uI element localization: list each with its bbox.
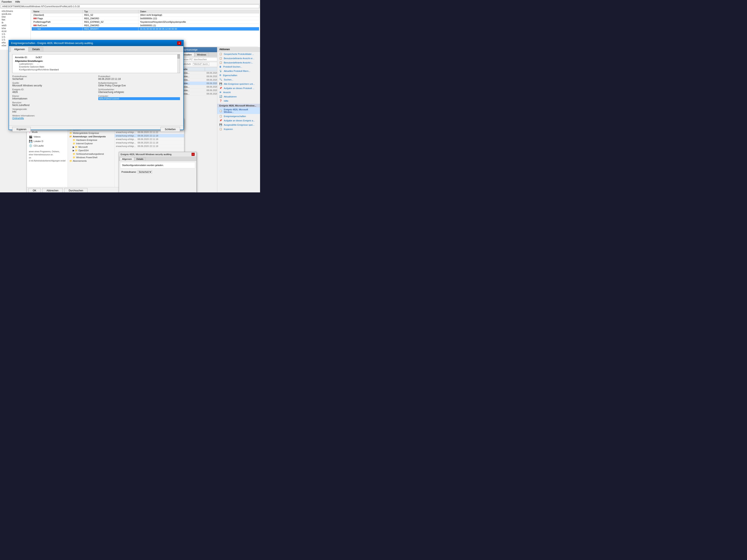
reg-name: ProfileImagePath [32, 20, 82, 24]
schliessen-button[interactable]: Schließen [160, 127, 180, 132]
fe-tree-item-anwendungs[interactable]: 📂 Anwendungs- und Dienstproto [69, 135, 114, 138]
filter-icon: 📡 [219, 70, 222, 72]
registry-row[interactable]: (Standard) REG_SZ (Wert nicht festgelegt… [32, 13, 259, 17]
allgemeine-section: Allgemeine Einstellungen: Ladeoptionen: … [15, 60, 177, 71]
action-label: Ereigniseigenschaften [224, 115, 246, 117]
weitere-row: Weitere Informationen: Onlinehilfe [12, 114, 94, 120]
tree-item[interactable]: wldS [1, 24, 30, 27]
fe-item-label: Lokaler D [33, 140, 43, 142]
anmelde-label: Anmelde-ID: [15, 56, 27, 58]
action-filtern[interactable]: 📡 Aktuelles Protokoll filtern... [217, 69, 260, 73]
tab-details[interactable]: Details [29, 47, 44, 52]
small-ev-close[interactable]: ✕ [191, 153, 195, 156]
small-tab-details[interactable]: Details [134, 157, 146, 161]
info-box: Anmelde-ID: 0x3E7 Allgemeine Einstellung… [12, 54, 180, 73]
fe-tree-item-hardware[interactable]: 📁 Hardware-Ereignisse [69, 138, 114, 142]
registry-row[interactable]: MM Sid REG_BINARY 01 01 00 00 00 00 00 0… [32, 27, 259, 31]
action-aufgabe-ereignis[interactable]: 📌 Aufgabe an dieses Ereignis a... [217, 118, 260, 123]
action-icon: 📋 [219, 61, 222, 64]
tree-item[interactable]: 1-5- [1, 32, 30, 35]
aktionen-header: Aktionen [217, 47, 260, 52]
small-ev-proto: Protokollname: Sicherheit [119, 169, 196, 175]
tab-windows[interactable]: Windows [194, 53, 209, 56]
action-aufgabe[interactable]: 📌 Aufgabe an dieses Protokoll ... [217, 86, 260, 90]
menu-hilfe[interactable]: Hilfe [15, 0, 20, 3]
action-alle-speichern[interactable]: 💾 Alle Ereignisse speichern unt... [217, 82, 260, 86]
tree-item[interactable]: tche [1, 27, 30, 30]
action-icon: 📋 [219, 57, 222, 59]
action-label: Benutzerdefinierte Ansicht i... [224, 61, 253, 64]
durchsuchen-button[interactable]: Durchsuchen [64, 188, 87, 192]
fe-tree-item-openssh[interactable]: ▶ 📁 OpenSSH [69, 149, 114, 152]
reg-name: MM Flags [32, 17, 82, 20]
action-ereignis-eigen[interactable]: 📋 Ereigniseigenschaften [217, 114, 260, 118]
tree-item[interactable]: 1-5- [1, 35, 30, 38]
onlinehilfe-link[interactable]: Onlinehilfe [12, 117, 94, 120]
fe-tree-item-ie[interactable]: 📁 Internet Explorer [69, 142, 114, 145]
action-gespeicherte[interactable]: 📋 Gespeicherte Protokolldatei ... [217, 52, 260, 56]
registry-row[interactable]: MM Flags REG_DWORD 0x0000000c (12) [32, 17, 259, 20]
action-label: Eigenschaften [223, 74, 237, 77]
fe-item-lokaler[interactable]: 💾 Lokaler D [28, 139, 67, 143]
small-tab-allgemein[interactable]: Allgemein [120, 157, 134, 161]
tree-item[interactable]: Dist [1, 15, 30, 18]
reg-data: %systemroot%\system32\config\systemprofi… [138, 20, 259, 24]
computer-key: Computer: [98, 95, 180, 97]
fe-tree-item-schluessel[interactable]: 📁 Schlüsselverwaltungsdienst [69, 152, 114, 156]
kopieren-button[interactable]: Kopieren [12, 127, 31, 132]
fe-tree-item-microsoft[interactable]: ▶ 📁 Microsoft [69, 145, 114, 149]
fe-tree-item-abonnements[interactable]: 📁 Abonnements [69, 159, 114, 163]
small-proto-select[interactable]: Sicherheit [137, 170, 152, 174]
dialog-tabs: Allgemein Details [9, 46, 183, 52]
tree-item[interactable]: Net [1, 18, 30, 21]
address-bar: HINE\SOFTWARE\Microsoft\Windows NT\Curre… [1, 4, 259, 8]
small-ev-scrollbar[interactable] [120, 192, 195, 192]
action-icon: 💾 [219, 82, 222, 85]
action-protokoll-loeschen[interactable]: 🗑 Protokoll löschen... [217, 65, 260, 69]
protokolliert-val: 08.06.2020 22:11:18 [98, 78, 180, 80]
dialog-close-button[interactable]: ✕ [177, 41, 181, 45]
col-type: Typ [82, 10, 138, 13]
action-benutzer-i[interactable]: 📋 Benutzerdefinierte Ansicht i... [217, 60, 260, 65]
bottom-text-1: amen eines Programms, Ordners, [28, 150, 67, 154]
registry-table: Name Typ Daten (Standard) REG_SZ (Wert n… [31, 9, 259, 31]
action-label: Aktuelles Protokoll filtern... [224, 70, 251, 72]
action-hilfe[interactable]: ❓ Hilfe [217, 99, 260, 103]
ebene-key: Ebene: [12, 95, 94, 97]
registry-row[interactable]: ProfileImagePath REG_EXPAND_SZ %systemro… [32, 20, 259, 24]
info-scrollbar[interactable] [177, 54, 180, 73]
tab-allgemein[interactable]: Allgemein [11, 47, 28, 52]
aufgabenkategorie-key: Aufgabenkategorie: [98, 82, 180, 84]
tree-item[interactable]: wordLess [1, 12, 30, 15]
action-ereigniseigenschaften-selected[interactable]: 📋 Ereignis 4826, Microsoft Window... [217, 107, 260, 114]
vorgangscode-val: Info [12, 110, 94, 113]
action-ausgewaehlte[interactable]: 💾 Ausgewählte Ereignisse spei... [217, 123, 260, 127]
tree-item[interactable]: ib [1, 21, 30, 24]
aufgabenkategorie-val: Other Policy Change Eve [98, 84, 180, 87]
ebene-row: Ebene: Informationen [12, 95, 94, 100]
ladeoptionen: Ladeoptionen: - [19, 63, 177, 65]
registry-row[interactable]: MM RefCount REG_DWORD 0x00000001 (1) [32, 24, 259, 27]
action-ansicht[interactable]: 👁 Ansicht [217, 90, 260, 95]
fe-item-cd[interactable]: 💿 CD-Laufw [28, 143, 67, 148]
action-benutzer-er[interactable]: 📋 Benutzerdefinierte Ansicht er... [217, 56, 260, 60]
protokolliert-key: Protokolliert: [98, 75, 180, 78]
action-label: Kopieren [224, 128, 233, 130]
action-label: Ausgewählte Ereignisse spei... [224, 124, 255, 126]
fe-right-panel: 📁 Installation 📁 System 📁 Weitergeleitet… [68, 124, 114, 187]
erweiterte-value: Nein [40, 65, 44, 68]
action-suchen[interactable]: 🔍 Suchen... [217, 77, 260, 82]
action-aktualisieren[interactable]: 🔄 Aktualisieren [217, 95, 260, 99]
fe-tree-item-powershell[interactable]: 📁 Windows PowerShell [69, 156, 114, 159]
action-eigenschaften[interactable]: ⚙ Eigenschaften [217, 73, 260, 77]
action-kopieren[interactable]: 📋 Kopieren [217, 127, 260, 131]
abbrechen-button[interactable]: Abbrechen [42, 188, 63, 192]
tree-item[interactable]: eList [1, 30, 30, 32]
reg-type: REG_SZ [82, 13, 138, 17]
ok-button[interactable]: OK [28, 188, 41, 192]
winsxs-search[interactable] [193, 63, 209, 66]
bottom-text-4: d mit Administratorberechtigungen erstel [28, 159, 67, 162]
tree-item[interactable]: nGLDrivers [1, 9, 30, 12]
menu-favoriten[interactable]: Favoriten [2, 0, 12, 3]
fe-item-videos[interactable]: 🎬 Videos [28, 134, 67, 139]
